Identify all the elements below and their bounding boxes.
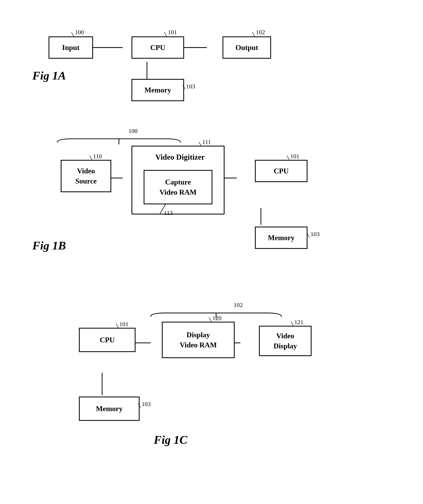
fig1b-videosource-box: Video Source	[61, 160, 111, 192]
fig1a-memory-box: Memory	[131, 79, 184, 101]
fig1a-output-label: Output	[235, 43, 258, 52]
fig1c-memory-label: Memory	[96, 404, 123, 413]
fig1c-section: 102 CPU 101 Display Video RAM 120 Video …	[16, 300, 407, 457]
fig1b-capturevideoram-box: Capture Video RAM	[144, 170, 212, 204]
fig1b-videosource-ref: 110	[93, 153, 102, 160]
fig1b-capturevideoram-ref: 113	[164, 210, 173, 216]
fig1b-videodigitizer-ref: 111	[202, 138, 211, 145]
fig1a-cpu-label: CPU	[150, 43, 165, 52]
fig1b-cpu-label: CPU	[274, 167, 289, 175]
page: Input 100 CPU 101 Output 102 Memory 103 …	[0, 0, 423, 504]
fig1c-displayvideoram-label: Display Video RAM	[180, 330, 217, 350]
fig1b-videodigitizer-label: Video Digitizer	[136, 153, 224, 162]
fig1a-input-label: Input	[62, 43, 79, 52]
fig1a-cpu-ref: 101	[168, 29, 177, 36]
fig1c-videodisplay-label: Video Display	[274, 331, 297, 351]
fig1a-memory-label: Memory	[144, 86, 171, 94]
fig1b-memory-label: Memory	[268, 234, 295, 242]
fig1c-videodisplay-box: Video Display	[259, 326, 311, 356]
fig1c-memory-box: Memory	[79, 396, 140, 421]
fig1a-label: Fig 1A	[32, 69, 66, 82]
fig1a-output-box: Output	[222, 36, 271, 59]
fig1a-memory-ref: 103	[186, 83, 195, 90]
fig1b-cpu-ref: 101	[290, 153, 299, 160]
fig1c-memory-ref: 103	[142, 401, 151, 408]
fig1b-memory-box: Memory	[255, 227, 308, 249]
fig1b-section: 100 Video Source 110 Video Digitizer Cap…	[16, 121, 407, 283]
fig1c-cpu-ref: 101	[119, 321, 128, 328]
fig1c-cpu-label: CPU	[100, 336, 115, 344]
fig1c-brace-ref: 102	[234, 301, 243, 308]
fig1b-brace-ref: 100	[128, 127, 137, 134]
fig1a-input-ref: 100	[75, 29, 84, 36]
fig1c-cpu-box: CPU	[79, 328, 136, 352]
fig1b-label: Fig 1B	[32, 239, 66, 252]
fig1c-videodisplay-ref: 121	[294, 319, 304, 325]
fig1c-label: Fig 1C	[154, 433, 187, 447]
fig1b-videosource-label: Video Source	[75, 166, 96, 186]
fig1a-section: Input 100 CPU 101 Output 102 Memory 103 …	[16, 20, 407, 105]
fig1b-memory-ref: 103	[310, 231, 320, 238]
fig1b-cpu-box: CPU	[255, 160, 308, 182]
fig1b-capturevideoram-label: Capture Video RAM	[159, 177, 197, 198]
fig1a-input-box: Input	[48, 36, 93, 59]
fig1c-displayvideoram-ref: 120	[212, 315, 221, 322]
fig1a-output-ref: 102	[256, 29, 265, 36]
fig1c-displayvideoram-box: Display Video RAM	[162, 322, 235, 358]
fig1a-cpu-box: CPU	[131, 36, 184, 59]
